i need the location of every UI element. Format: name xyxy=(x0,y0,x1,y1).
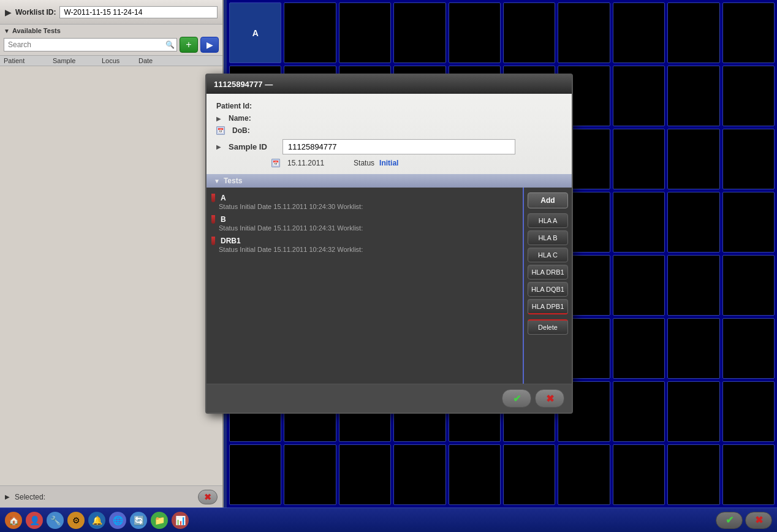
patient-id-row: Patient Id: xyxy=(216,100,562,112)
name-label: Name: xyxy=(229,114,278,123)
grid-cell xyxy=(722,255,775,316)
available-tests-arrow-icon[interactable]: ▼ xyxy=(4,28,10,34)
search-icon: 🔍 xyxy=(165,40,175,49)
modal-cancel-button[interactable]: ✖ xyxy=(535,389,564,408)
tests-section-header: ▼ Tests xyxy=(207,174,572,188)
grid-cell xyxy=(558,2,610,63)
sample-id-row: ▶ Sample ID xyxy=(216,137,562,157)
grid-cell xyxy=(613,192,665,253)
grid-cell xyxy=(613,66,665,126)
modal-confirm-icon: ✔ xyxy=(513,393,521,405)
th-patient: Patient xyxy=(4,57,53,64)
grid-cell xyxy=(667,192,719,253)
grid-cell xyxy=(722,318,775,379)
grid-cell xyxy=(613,129,665,189)
th-date: Date xyxy=(138,57,219,64)
taskbar-app-icon[interactable]: 🔔 xyxy=(88,512,105,529)
test-list-item[interactable]: A Status Initial Date 15.11.2011 10:24:3… xyxy=(211,191,518,213)
status-value: Initial xyxy=(379,159,398,167)
modal-title: 11125894777 — xyxy=(214,80,273,89)
worklist-header: ▶ Worklist ID: xyxy=(0,0,222,25)
taskbar-app-icon[interactable]: 📊 xyxy=(172,512,189,529)
hla-a-button[interactable]: HLA A xyxy=(528,213,568,228)
taskbar-cancel-icon: ✖ xyxy=(755,514,763,526)
taskbar-app-icon[interactable]: 🌐 xyxy=(109,512,126,529)
taskbar-confirm-icon: ✔ xyxy=(726,514,733,526)
grid-cell xyxy=(613,381,665,442)
modal-confirm-button[interactable]: ✔ xyxy=(502,389,531,408)
add-button[interactable]: Add xyxy=(528,192,568,208)
taskbar-action-buttons: ✔ ✖ xyxy=(716,512,772,529)
taskbar-app-icon[interactable]: 🏠 xyxy=(5,512,22,529)
hla-c-button[interactable]: HLA C xyxy=(528,248,568,262)
grid-cell xyxy=(722,66,775,126)
grid-cell xyxy=(449,444,501,505)
taskbar-confirm-button[interactable]: ✔ xyxy=(716,512,743,529)
dob-row: 📅 DoB: xyxy=(216,124,562,137)
grid-cell xyxy=(613,2,665,63)
grid-cell xyxy=(613,444,665,505)
clear-selected-icon: ✖ xyxy=(204,492,211,502)
grid-cell xyxy=(284,444,336,505)
taskbar-cancel-button[interactable]: ✖ xyxy=(745,512,772,529)
taskbar-app-icon[interactable]: ⚙ xyxy=(67,512,85,529)
grid-cell xyxy=(613,318,665,379)
table-headers: Patient Sample Locus Date xyxy=(0,56,222,66)
grid-cell xyxy=(667,129,719,189)
modal-cancel-icon: ✖ xyxy=(546,393,554,405)
test-list-item[interactable]: B Status Initial Date 15.11.2011 10:24:3… xyxy=(211,213,518,234)
taskbar-app-icon[interactable]: 🔄 xyxy=(130,512,147,529)
dob-calendar-icon[interactable]: 📅 xyxy=(216,126,225,135)
grid-cell xyxy=(284,2,336,63)
sample-calendar-icon[interactable]: 📅 xyxy=(271,159,280,167)
selected-label: Selected: xyxy=(15,493,45,501)
nav-button[interactable]: ▶ xyxy=(200,37,219,53)
grid-cell xyxy=(339,444,391,505)
grid-cell xyxy=(667,381,719,442)
grid-cell xyxy=(503,444,555,505)
search-input-wrap: 🔍 xyxy=(4,38,177,51)
taskbar-app-icon[interactable]: 👤 xyxy=(26,512,43,529)
taskbar-icons: 🏠👤🔧⚙🔔🌐🔄📁📊 xyxy=(5,512,189,529)
modal-patient-form: Patient Id: ▶ Name: 📅 DoB: ▶ Sample ID 📅… xyxy=(207,94,572,174)
search-row: 🔍 + ▶ xyxy=(4,37,219,53)
sample-id-field-label: Sample ID xyxy=(229,142,278,151)
test-name: DRB1 xyxy=(221,237,241,245)
hla-drb1-button[interactable]: HLA DRB1 xyxy=(528,265,568,279)
modal-footer: ✔ ✖ xyxy=(207,384,572,412)
sample-id-input[interactable] xyxy=(282,139,515,154)
delete-button[interactable]: Delete xyxy=(528,319,568,335)
tests-list: A Status Initial Date 15.11.2011 10:24:3… xyxy=(207,188,523,384)
test-list-item[interactable]: DRB1 Status Initial Date 15.11.2011 10:2… xyxy=(211,234,518,256)
date-status-row: 📅 15.11.2011 Status Initial xyxy=(216,157,562,169)
taskbar-app-icon[interactable]: 🔧 xyxy=(47,512,64,529)
selected-expand-icon[interactable]: ▶ xyxy=(5,493,10,500)
search-input[interactable] xyxy=(4,38,177,51)
test-list-area xyxy=(0,66,222,485)
worklist-expand-icon[interactable]: ▶ xyxy=(5,7,12,17)
add-test-button[interactable]: + xyxy=(180,37,198,53)
hla-dqb1-button[interactable]: HLA DQB1 xyxy=(528,282,568,297)
bottom-selected-bar: ▶ Selected: ✖ xyxy=(0,485,222,507)
available-tests-title: Available Tests xyxy=(12,27,61,34)
grid-cell xyxy=(339,2,391,63)
sample-modal: 11125894777 — Patient Id: ▶ Name: 📅 DoB:… xyxy=(205,74,573,414)
tests-expand-icon[interactable]: ▼ xyxy=(214,178,220,184)
sample-expand-icon[interactable]: ▶ xyxy=(216,143,221,150)
test-tube-icon xyxy=(211,215,215,224)
tests-body: A Status Initial Date 15.11.2011 10:24:3… xyxy=(207,188,572,384)
hla-dpb1-button[interactable]: HLA DPB1 xyxy=(528,299,568,314)
name-expand-icon[interactable]: ▶ xyxy=(216,115,221,122)
worklist-label: Worklist ID: xyxy=(15,8,56,17)
status-label: Status xyxy=(354,159,374,167)
grid-cell xyxy=(229,444,281,505)
grid-cell xyxy=(722,192,775,253)
th-locus: Locus xyxy=(102,57,138,64)
dob-label: DoB: xyxy=(232,126,281,135)
worklist-id-input[interactable] xyxy=(59,6,218,18)
grid-cell xyxy=(722,129,775,189)
taskbar-app-icon[interactable]: 📁 xyxy=(151,512,168,529)
grid-cell xyxy=(613,255,665,316)
hla-b-button[interactable]: HLA B xyxy=(528,230,568,245)
clear-selected-button[interactable]: ✖ xyxy=(198,490,218,504)
